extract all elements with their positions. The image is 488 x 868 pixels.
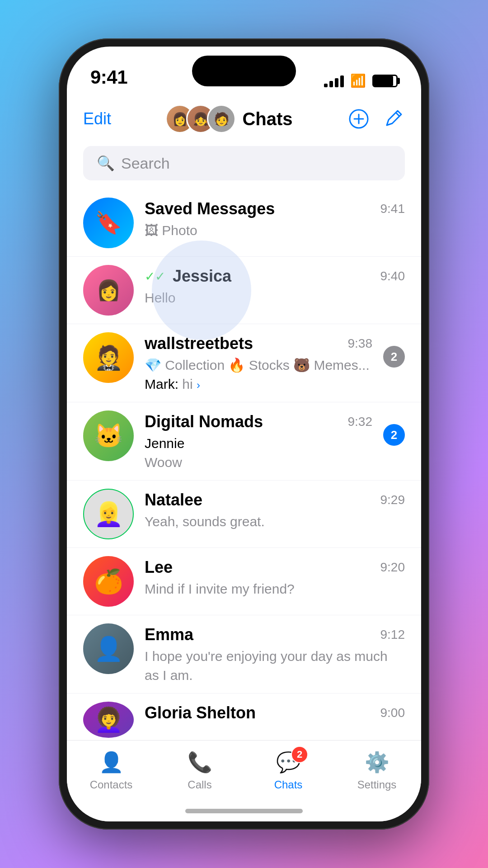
read-checkmark-icon: ✓✓	[145, 269, 165, 284]
emma-name: Emma	[145, 625, 193, 644]
calls-icon: 📞	[188, 750, 212, 774]
chat-item-lee[interactable]: 🍊 Lee 9:20 Mind if I invite my friend?	[67, 548, 421, 615]
header-center: 👩 👧 🧑 Chats	[165, 104, 292, 133]
tab-chats[interactable]: 💬 2 Chats	[244, 750, 333, 791]
emma-top-row: Emma 9:12	[145, 625, 405, 644]
chat-item-emma[interactable]: 👤 Emma 9:12 I hope you're enjoying your …	[67, 615, 421, 693]
signal-bar-2	[329, 81, 333, 87]
natalee-top-row: Natalee 9:29	[145, 491, 405, 509]
emma-time: 9:12	[380, 627, 405, 642]
natalee-content: Natalee 9:29 Yeah, sounds great.	[145, 489, 405, 531]
edit-button[interactable]: Edit	[83, 109, 111, 128]
digital-sender: Jennie	[145, 436, 184, 451]
tab-settings[interactable]: ⚙️ Settings	[333, 750, 421, 791]
signal-bars-icon	[324, 75, 344, 87]
story-avatars[interactable]: 👩 👧 🧑	[165, 104, 236, 133]
emma-avatar: 👤	[83, 623, 134, 674]
lee-avatar: 🍊	[83, 556, 134, 607]
chat-item-wallstreetbets[interactable]: 🤵 wallstreetbets 9:38 💎 Collection 🔥 Sto…	[67, 324, 421, 402]
saved-messages-time: 9:41	[380, 202, 405, 216]
wsb-preview: 💎 Collection 🔥 Stocks 🐻 Memes... Mark: h…	[145, 356, 372, 394]
natalee-avatar-emoji: 👱‍♀️	[94, 500, 123, 528]
gloria-top-row: Gloria Shelton 9:00	[145, 703, 405, 722]
digital-avatar-wrap: 🐱	[83, 410, 134, 461]
digital-time: 9:32	[348, 415, 373, 429]
lee-top-row: Lee 9:20	[145, 558, 405, 577]
status-icons: 📶	[324, 73, 398, 88]
digital-avatar: 🐱	[83, 410, 134, 461]
natalee-avatar-wrap: 👱‍♀️	[83, 489, 134, 539]
chat-item-jessica[interactable]: 👩 ✓✓ Jessica 9:40 Hello	[67, 257, 421, 324]
search-placeholder: Search	[121, 155, 170, 172]
phone-frame: 9:41 📶 Edit 👩	[59, 38, 429, 830]
search-icon: 🔍	[97, 155, 115, 172]
wsb-name: wallstreetbets	[145, 334, 253, 353]
page-title: Chats	[242, 109, 292, 129]
signal-bar-1	[324, 84, 328, 87]
compose-button[interactable]	[381, 107, 405, 131]
phone-screen: 9:41 📶 Edit 👩	[67, 47, 421, 821]
digital-unread-badge: 2	[383, 424, 405, 446]
natalee-avatar: 👱‍♀️	[83, 489, 134, 539]
lee-avatar-emoji: 🍊	[94, 568, 123, 595]
wsb-top-row: wallstreetbets 9:38	[145, 334, 372, 353]
contacts-label: Contacts	[90, 778, 133, 791]
settings-icon-wrap: ⚙️	[362, 750, 391, 775]
saved-messages-avatar: 🔖	[83, 198, 134, 248]
calls-label: Calls	[188, 778, 211, 791]
wsb-time: 9:38	[348, 336, 373, 351]
story-avatar-3[interactable]: 🧑	[207, 104, 236, 133]
wsb-avatar: 🤵	[83, 332, 134, 383]
contacts-icon-wrap: 👤	[97, 750, 126, 775]
chats-label: Chats	[274, 778, 303, 791]
signal-bar-3	[335, 78, 338, 87]
emma-avatar-emoji: 👤	[94, 635, 123, 663]
gloria-avatar-wrap: 👩‍🦱	[83, 702, 134, 738]
saved-messages-content: Saved Messages 9:41 🖼 Photo	[145, 198, 405, 240]
search-container: 🔍 Search	[67, 142, 421, 189]
lee-avatar-wrap: 🍊	[83, 556, 134, 607]
natalee-preview: Yeah, sounds great.	[145, 512, 405, 531]
gloria-avatar-emoji: 👩‍🦱	[94, 706, 123, 734]
tab-calls[interactable]: 📞 Calls	[155, 750, 244, 791]
tab-contacts[interactable]: 👤 Contacts	[67, 750, 155, 791]
lee-preview: Mind if I invite my friend?	[145, 580, 405, 599]
jessica-preview: Hello	[145, 288, 405, 307]
gloria-name: Gloria Shelton	[145, 703, 256, 722]
natalee-name: Natalee	[145, 491, 202, 509]
wsb-sender-arrow: ›	[197, 379, 200, 391]
digital-top-row: Digital Nomads 9:32	[145, 412, 372, 431]
story-avatar-img-3: 🧑	[208, 106, 235, 132]
chat-item-natalee[interactable]: 👱‍♀️ Natalee 9:29 Yeah, sounds great.	[67, 481, 421, 548]
wsb-unread-badge: 2	[383, 346, 405, 368]
calls-icon-wrap: 📞	[185, 750, 214, 775]
wsb-sender: Mark:	[145, 377, 182, 392]
saved-messages-preview: 🖼 Photo	[145, 221, 405, 240]
lee-content: Lee 9:20 Mind if I invite my friend?	[145, 556, 405, 599]
chat-item-gloria[interactable]: 👩‍🦱 Gloria Shelton 9:00	[67, 693, 421, 740]
lee-name: Lee	[145, 558, 173, 577]
signal-bar-4	[340, 75, 344, 87]
digital-sender-preview: Woow	[145, 455, 182, 470]
chat-item-digital-nomads[interactable]: 🐱 Digital Nomads 9:32 Jennie Woow 2	[67, 402, 421, 481]
emma-content: Emma 9:12 I hope you're enjoying your da…	[145, 623, 405, 685]
jessica-avatar-wrap: 👩	[83, 265, 134, 316]
status-time: 9:41	[90, 66, 127, 88]
wsb-avatar-wrap: 🤵	[83, 332, 134, 383]
home-indicator	[185, 809, 303, 813]
chats-badge: 2	[291, 746, 308, 763]
digital-name: Digital Nomads	[145, 412, 263, 431]
chat-list: 🔖 Saved Messages 9:41 🖼 Photo 👩	[67, 189, 421, 740]
wifi-icon: 📶	[350, 73, 366, 88]
emma-preview: I hope you're enjoying your day as much …	[145, 647, 405, 685]
contacts-icon: 👤	[99, 750, 124, 774]
gloria-content: Gloria Shelton 9:00	[145, 702, 405, 725]
add-chat-button[interactable]	[347, 107, 371, 131]
digital-avatar-emoji: 🐱	[94, 422, 123, 450]
chat-item-saved-messages[interactable]: 🔖 Saved Messages 9:41 🖼 Photo	[67, 189, 421, 257]
compose-icon	[383, 109, 403, 129]
saved-messages-top-row: Saved Messages 9:41	[145, 199, 405, 218]
jessica-time: 9:40	[380, 269, 405, 283]
search-bar[interactable]: 🔍 Search	[83, 146, 405, 180]
wsb-avatar-emoji: 🤵	[94, 344, 123, 372]
